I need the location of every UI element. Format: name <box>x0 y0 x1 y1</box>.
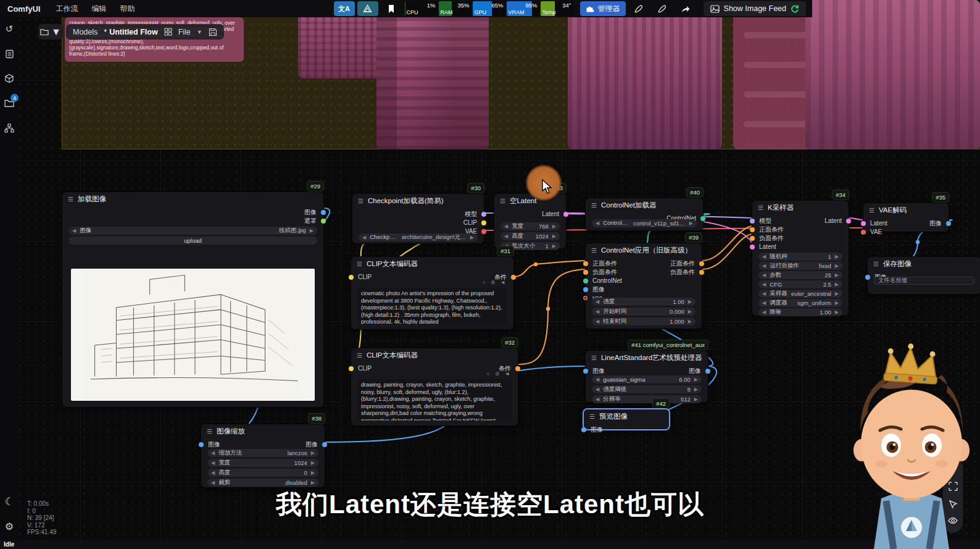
widget-结束时间[interactable]: ◀结束时间 1.000▶ <box>592 317 696 325</box>
menu-edit[interactable]: 编辑 <box>91 4 106 14</box>
workflow-folder-button[interactable]: ▼ <box>38 24 63 40</box>
widget-高度[interactable]: ◀高度 0▶ <box>207 469 318 477</box>
node-image_scale[interactable]: ☰ 图像缩放 图像图像 ◀缩放方法 lanczos▶◀宽度 1024▶◀高度 0… <box>201 424 325 488</box>
node-menu-icon[interactable]: ☰ <box>758 204 763 211</box>
link-cond-negative[interactable] <box>518 269 585 364</box>
upload-button[interactable]: upload <box>69 237 317 245</box>
node-menu-icon[interactable]: ☰ <box>873 261 879 267</box>
input-slot-VAE[interactable] <box>861 230 866 235</box>
output-slot-模型[interactable] <box>481 212 486 217</box>
widget-降噪[interactable]: ◀降噪 1.00▶ <box>758 308 842 316</box>
widget-guassian_sigma[interactable]: ◀guassian_sigma 6.00▶ <box>592 375 702 383</box>
node-menu-icon[interactable]: ☰ <box>358 198 363 204</box>
menu-workflow[interactable]: 工作流 <box>56 4 78 14</box>
link-cond-positive[interactable] <box>514 261 585 277</box>
output-slot-图像[interactable] <box>322 442 327 447</box>
output-slot-遮罩[interactable] <box>321 219 326 224</box>
output-slot-正面条件[interactable] <box>699 261 704 266</box>
model-library-icon[interactable] <box>4 73 15 84</box>
output-slot-CLIP[interactable] <box>481 220 486 225</box>
widget-Checkpoint名称[interactable]: ◀Checkpoint名称 architecutre_design\元技能-Yu… <box>359 233 478 241</box>
widget-随机种[interactable]: ◀随机种 1▶ <box>758 253 842 261</box>
output-slot-VAE[interactable] <box>481 229 486 234</box>
node-lineart[interactable]: ☰ LineArtStandard艺术线预处理器 图像图像 ◀guassian_… <box>585 350 708 403</box>
announce-button-2[interactable] <box>652 1 673 16</box>
node-menu-icon[interactable]: ☰ <box>591 202 597 209</box>
node-empty_latent[interactable]: ☰ 空LatentLatent ◀宽度 768▶◀高度 1024▶◀批次大小 1… <box>494 193 567 249</box>
node-cn_apply[interactable]: ☰ ControlNet应用（旧版高级） 正面条件 负面条件 ControlNe… <box>585 243 702 329</box>
widget-高度[interactable]: ◀高度 1024▶ <box>500 232 560 240</box>
input-slot-Latent[interactable] <box>750 245 755 249</box>
link-latent-out[interactable] <box>849 218 863 220</box>
link-dot[interactable] <box>534 262 538 266</box>
bookmark-button[interactable] <box>381 1 402 16</box>
share-button[interactable] <box>675 1 696 16</box>
node-menu-icon[interactable]: ☰ <box>589 413 595 420</box>
output-slot-条件[interactable] <box>515 366 520 371</box>
input-slot-正面条件[interactable] <box>750 227 755 232</box>
workflow-tab-title[interactable]: Untitled Flow <box>109 28 157 36</box>
input-slot-图像[interactable] <box>583 287 588 292</box>
input-slot-vae[interactable] <box>583 296 588 300</box>
widget-开始时间[interactable]: ◀开始时间 0.000▶ <box>592 308 696 316</box>
widget-调度器[interactable]: ◀调度器 sgm_uniform▶ <box>758 299 842 307</box>
show-image-feed-button[interactable]: Show Image Feed <box>704 1 806 16</box>
node-ksampler[interactable]: ☰ K采样器 模型 正面条件 负面条件 LatentLatent ◀随机种 1▶… <box>752 200 849 316</box>
output-slot-图像[interactable] <box>946 221 951 226</box>
output-slot-图像[interactable] <box>705 369 710 374</box>
widget-运行后操作[interactable]: ◀运行后操作 fixed▶ <box>758 262 842 270</box>
node-clip_pos[interactable]: ☰ CLIP文本编码器 CLIP条件 ○ ⊘ ◄cinematic photo … <box>351 256 514 330</box>
node-library-icon[interactable] <box>4 48 15 59</box>
queue-history-icon[interactable]: ↺ <box>4 23 15 35</box>
prompt-textarea[interactable]: drawing, painting, crayon, sketch, graph… <box>357 379 512 421</box>
input-slot-负面条件[interactable] <box>750 236 755 241</box>
output-slot-Latent[interactable] <box>846 219 851 224</box>
input-slot-图像[interactable] <box>865 275 870 280</box>
output-slot-Latent[interactable] <box>563 212 568 217</box>
node-widget-icons[interactable]: ○ ⊘ ◄ <box>483 279 507 285</box>
output-slot-条件[interactable] <box>511 275 516 280</box>
node-load_image[interactable]: ☰ 加载图像图像 遮罩 ◀图像 线稿图.jpg▶upload <box>62 191 324 408</box>
node-menu-icon[interactable]: ☰ <box>68 196 73 203</box>
widget-强度阈值[interactable]: ◀强度阈值 8▶ <box>592 385 702 393</box>
widget-采样器[interactable]: ◀采样器 euler_ancestral▶ <box>758 290 842 298</box>
link-dot[interactable] <box>546 307 550 311</box>
node-save_image[interactable]: ☰ 保存图像 图像文件名前缀 <box>867 256 980 295</box>
widget-宽度[interactable]: ◀宽度 1024▶ <box>207 459 318 467</box>
node-widget-icons[interactable]: ○ ⊘ ◄ <box>487 371 512 377</box>
node-map-icon[interactable] <box>4 122 15 133</box>
widget-缩放方法[interactable]: ◀缩放方法 lanczos▶ <box>207 449 318 457</box>
node-vae_decode[interactable]: ☰ VAE解码 Latent VAE图像 <box>863 203 949 232</box>
grid-icon[interactable] <box>164 28 172 36</box>
output-slot-图像[interactable] <box>321 210 326 215</box>
widget-CFG[interactable]: ◀CFG 2.5▶ <box>758 280 842 288</box>
node-preview[interactable]: ☰ 预览图像 图像 <box>583 409 670 430</box>
output-slot-负面条件[interactable] <box>699 270 704 275</box>
node-canvas[interactable]: crayon, sketch, graphite, impressionist,… <box>0 0 980 549</box>
save-icon[interactable] <box>209 28 217 36</box>
widget-ControlNet名称[interactable]: ◀ControlNet名称 control_v11p_sd15_lineart.… <box>592 219 697 227</box>
input-slot-ControlNet[interactable] <box>583 279 588 283</box>
announce-button-1[interactable] <box>628 1 649 16</box>
output-slot-ControlNet[interactable] <box>700 216 705 221</box>
widget-宽度[interactable]: ◀宽度 768▶ <box>500 222 560 230</box>
filename-prefix-field[interactable]: 文件名前缀 <box>874 277 974 285</box>
menu-help[interactable]: 帮助 <box>120 4 135 14</box>
manager-button[interactable]: 管理器 <box>580 1 626 16</box>
node-menu-icon[interactable]: ☰ <box>591 247 597 254</box>
node-menu-icon[interactable]: ☰ <box>357 261 362 267</box>
models-tab[interactable]: Models <box>73 28 98 36</box>
node-cn_loader[interactable]: ☰ ControlNet加载器ControlNet ◀ControlNet名称 … <box>585 198 704 231</box>
file-menu[interactable]: File <box>178 28 191 36</box>
nodes-map-button[interactable] <box>357 1 378 16</box>
widget-强度[interactable]: ◀强度 1.00▶ <box>592 298 696 306</box>
prompt-textarea[interactable]: cinematic photo An artist's impression o… <box>357 288 507 324</box>
widget-分辨率[interactable]: ◀分辨率 512▶ <box>592 395 702 403</box>
workflows-icon[interactable]: 4 <box>4 98 15 109</box>
link-cond-out-neg[interactable] <box>702 234 752 269</box>
settings-gear-icon[interactable]: ⚙ <box>4 521 15 532</box>
node-menu-icon[interactable]: ☰ <box>591 354 597 361</box>
node-clip_neg[interactable]: ☰ CLIP文本编码器 CLIP条件 ○ ⊘ ◄drawing, paintin… <box>351 348 518 426</box>
widget-裁剪[interactable]: ◀裁剪 disabled▶ <box>207 479 318 487</box>
node-menu-icon[interactable]: ☰ <box>357 352 362 359</box>
